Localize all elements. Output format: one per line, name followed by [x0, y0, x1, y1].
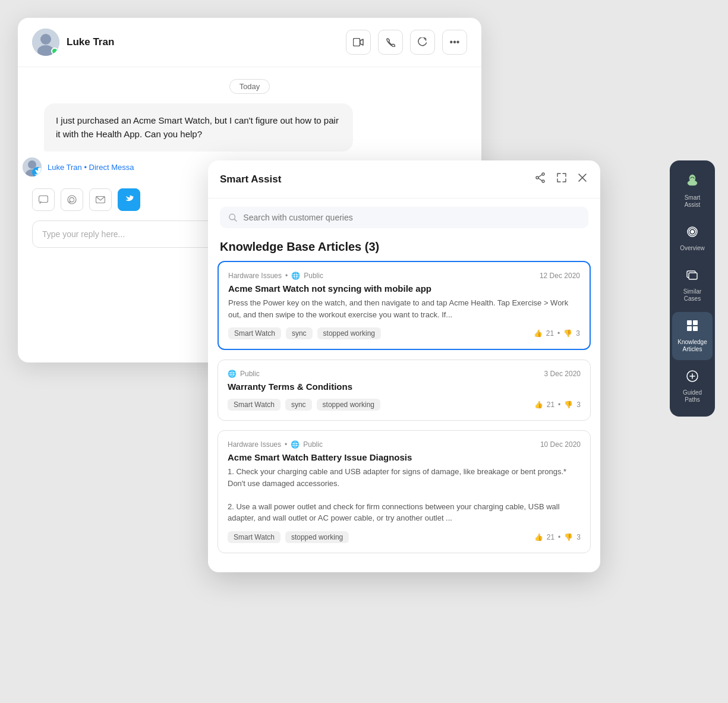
sidebar-item-label: Smart Assist	[677, 194, 708, 209]
message-bubble: I just purchased an Acme Smart Watch, bu…	[44, 103, 353, 152]
thumbs-down-icon: 👎	[564, 401, 573, 409]
svg-point-8	[68, 196, 76, 204]
smart-assist-title: Smart Assist	[220, 174, 281, 185]
more-actions-button[interactable]: •••	[442, 30, 467, 55]
video-call-button[interactable]	[346, 30, 371, 55]
article-tag: Smart Watch	[228, 327, 281, 339]
article-title: Acme Smart Watch not syncing with mobile…	[228, 283, 580, 294]
whatsapp-channel-button[interactable]	[61, 188, 83, 211]
article-tags-row: Smart Watch stopped working 👍 21 • 👎 3	[228, 531, 581, 543]
article-visibility: Public	[304, 272, 323, 280]
guided-paths-icon	[686, 370, 699, 386]
message-text: I just purchased an Acme Smart Watch, bu…	[56, 115, 339, 139]
svg-point-11	[542, 180, 544, 182]
article-meta-left: Hardware Issues • 🌐 Public	[228, 440, 323, 449]
chat-body: I just purchased an Acme Smart Watch, bu…	[18, 103, 481, 152]
article-category: Hardware Issues	[228, 440, 281, 449]
svg-rect-7	[39, 196, 48, 203]
twitter-badge	[32, 167, 42, 176]
right-sidebar: Smart Assist Overview Similar Cases	[670, 160, 715, 417]
avatar	[32, 29, 59, 56]
email-channel-button[interactable]	[89, 188, 112, 211]
globe-icon: 🌐	[291, 440, 300, 449]
sidebar-item-guided-paths[interactable]: Guided Paths	[672, 362, 713, 411]
thumbs-up-icon: 👍	[534, 533, 543, 541]
search-bar[interactable]	[220, 207, 588, 228]
article-card[interactable]: Hardware Issues • 🌐 Public 10 Dec 2020 A…	[218, 430, 591, 553]
dislike-count: 3	[576, 401, 581, 409]
dot-separator: •	[285, 272, 288, 280]
article-tag: sync	[285, 399, 312, 411]
section-title: Knowledge Base Articles (3)	[208, 237, 600, 261]
svg-point-12	[536, 176, 538, 179]
article-body: Press the Power key on the watch, and th…	[228, 297, 580, 320]
article-title: Warranty Terms & Conditions	[228, 382, 581, 392]
globe-icon: 🌐	[291, 272, 300, 280]
article-meta-left: Hardware Issues • 🌐 Public	[228, 272, 323, 280]
article-category: Hardware Issues	[228, 272, 282, 280]
expand-button[interactable]	[555, 171, 568, 187]
svg-rect-19	[687, 320, 692, 325]
search-input[interactable]	[243, 213, 580, 222]
article-meta: Hardware Issues • 🌐 Public 10 Dec 2020	[228, 440, 581, 449]
dislike-count: 3	[576, 329, 580, 338]
sidebar-item-label: Overview	[680, 245, 705, 252]
sms-channel-button[interactable]	[32, 188, 55, 211]
online-indicator	[51, 48, 58, 55]
article-card[interactable]: Hardware Issues • 🌐 Public 12 Dec 2020 A…	[218, 261, 591, 350]
phone-call-button[interactable]	[378, 30, 403, 55]
chat-user-name: Luke Tran	[67, 36, 114, 48]
article-date: 3 Dec 2020	[544, 370, 581, 378]
svg-rect-21	[687, 326, 692, 331]
dot-separator: •	[285, 440, 287, 449]
search-icon	[228, 213, 237, 222]
svg-point-10	[542, 173, 544, 175]
twitter-channel-button[interactable]	[118, 188, 140, 211]
smart-assist-header: Smart Assist	[208, 160, 600, 198]
sidebar-item-similar-cases[interactable]: Similar Cases	[672, 261, 713, 310]
svg-rect-22	[693, 326, 698, 331]
article-tag: stopped working	[285, 531, 349, 543]
article-visibility: Public	[303, 440, 323, 449]
thumbs-up-icon: 👍	[534, 329, 543, 338]
articles-list: Hardware Issues • 🌐 Public 12 Dec 2020 A…	[208, 261, 600, 572]
svg-rect-18	[689, 273, 697, 279]
close-button[interactable]	[576, 171, 588, 187]
article-card[interactable]: 🌐 Public 3 Dec 2020 Warranty Terms & Con…	[218, 360, 591, 421]
article-date: 10 Dec 2020	[540, 440, 581, 449]
sidebar-item-smart-assist[interactable]: Smart Assist	[672, 166, 713, 216]
sender-avatar	[23, 157, 42, 176]
refresh-button[interactable]	[410, 30, 435, 55]
sidebar-item-label: Guided Paths	[677, 389, 708, 403]
globe-icon: 🌐	[228, 370, 237, 378]
like-count: 21	[546, 329, 554, 338]
chat-actions: •••	[346, 30, 467, 55]
like-count: 21	[547, 533, 554, 541]
article-meta: 🌐 Public 3 Dec 2020	[228, 370, 581, 378]
sidebar-item-overview[interactable]: Overview	[672, 218, 713, 259]
overview-icon	[686, 225, 699, 241]
more-icon: •••	[450, 37, 460, 48]
date-divider: Today	[18, 79, 481, 94]
sender-name: Luke Tran • Direct Messa	[48, 163, 134, 172]
article-tag: stopped working	[317, 399, 380, 411]
article-visibility: Public	[240, 370, 260, 378]
vote-separator: •	[558, 533, 560, 541]
article-tag: Smart Watch	[228, 531, 281, 543]
article-meta-left: 🌐 Public	[228, 370, 260, 378]
reply-placeholder: Type your reply here...	[42, 229, 125, 239]
svg-rect-3	[354, 39, 360, 46]
thumbs-down-icon: 👎	[564, 533, 573, 541]
article-body: 1. Check your charging cable and USB ada…	[228, 466, 581, 524]
vote-separator: •	[558, 401, 560, 409]
article-title: Acme Smart Watch Battery Issue Diagnosis	[228, 452, 581, 462]
article-tags-row: Smart Watch sync stopped working 👍 21 • …	[228, 399, 581, 411]
article-votes: 👍 21 • 👎 3	[534, 533, 581, 541]
article-tag: sync	[286, 327, 313, 339]
similar-cases-icon	[686, 269, 699, 285]
share-button[interactable]	[534, 171, 547, 187]
article-date: 12 Dec 2020	[540, 272, 580, 280]
chat-header: Luke Tran •••	[18, 18, 481, 67]
sidebar-item-knowledge-articles[interactable]: Knowledge Articles	[672, 312, 713, 360]
svg-rect-20	[693, 320, 698, 325]
